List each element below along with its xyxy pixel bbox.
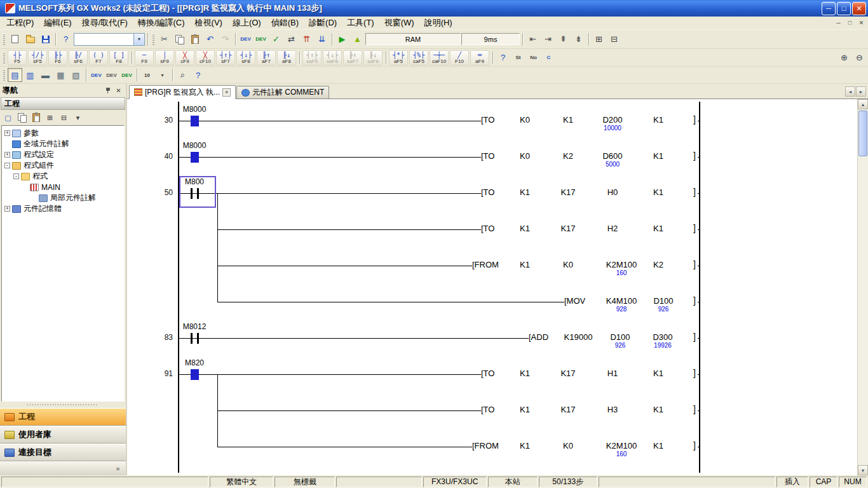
child-close-button[interactable]: ✕: [856, 18, 867, 28]
tree-expander-icon[interactable]: -: [13, 173, 19, 179]
instruction-operand[interactable]: K2: [653, 260, 663, 269]
instruction-operand[interactable]: K1: [520, 405, 530, 414]
cut-button[interactable]: ✂: [157, 32, 172, 46]
instruction-operand[interactable]: K1: [653, 405, 663, 414]
write-to-plc-button[interactable]: ⇈: [299, 32, 314, 46]
instruction-name[interactable]: [TO: [481, 115, 494, 125]
instruction-name[interactable]: [FROM: [472, 441, 499, 451]
instruction-operand[interactable]: D300: [653, 332, 672, 342]
device-comment-button[interactable]: DEV: [238, 32, 253, 46]
instruction-operand[interactable]: K1: [520, 369, 530, 378]
instruction-operand[interactable]: K2M100: [606, 260, 637, 269]
buffer-memory-display-button[interactable]: DEV: [119, 68, 134, 82]
tab-prg-main[interactable]: [PRG]R 監視寫入 執...×: [129, 85, 236, 99]
tab-close-icon[interactable]: ×: [222, 88, 231, 97]
instruction-name[interactable]: [TO: [481, 224, 494, 233]
display-format-button[interactable]: 10: [140, 68, 154, 82]
minimize-button[interactable]: ─: [822, 2, 836, 15]
device-comment-edit-button[interactable]: C: [541, 51, 556, 65]
ladder-tool-aF7[interactable]: ╟↑aF7: [257, 50, 276, 65]
ladder-tool-F10[interactable]: ╱F10: [450, 50, 469, 65]
line-note-button[interactable]: No: [526, 51, 541, 65]
tree-item-program[interactable]: -程式: [2, 171, 124, 182]
nav-button-project[interactable]: 工程: [0, 408, 126, 426]
nav-button-connection[interactable]: 連接目標: [0, 444, 126, 461]
ladder-editor[interactable]: 30M8000[TOK0K1D20010000K1]40M8000[TOK0K2…: [127, 99, 857, 475]
ladder-tool-aF8[interactable]: ╟↓aF8: [277, 50, 296, 65]
ladder-tool-aF5[interactable]: ┤*├aF5: [389, 50, 408, 65]
ladder-tool-F7[interactable]: ( )F7: [89, 50, 108, 65]
tab-scroll-left-icon[interactable]: ◄: [845, 86, 855, 97]
find-button[interactable]: ⌕: [175, 68, 190, 82]
close-button[interactable]: ✕: [852, 2, 866, 15]
tree-item-program-setting[interactable]: +程式設定: [2, 149, 124, 160]
transfer-setup-button[interactable]: ⇄: [284, 32, 299, 46]
menu-item[interactable]: 偵錯(B): [266, 16, 304, 30]
instruction-operand[interactable]: H2: [607, 224, 618, 233]
instruction-operand[interactable]: K1: [520, 187, 530, 197]
tree-item-local-device-comment[interactable]: 局部元件註解: [2, 193, 124, 203]
tree-item-pou[interactable]: -程式組件: [2, 160, 124, 171]
child-restore-button[interactable]: □: [844, 18, 855, 28]
ladder-tool-sF5[interactable]: ┤/├sF5: [28, 50, 47, 65]
nav-collapse-all-button[interactable]: ⊟: [57, 112, 71, 124]
ladder-tool-F5[interactable]: ┤├F5: [8, 50, 27, 65]
ladder-tool-cF9[interactable]: ╳cF9: [175, 50, 194, 65]
menu-item[interactable]: 檢視(V): [190, 16, 227, 30]
ladder-tool-sF7[interactable]: ┤↑├sF7: [216, 50, 235, 65]
scroll-down-icon[interactable]: ▼: [858, 465, 868, 475]
display-options-dropdown[interactable]: ▾: [155, 68, 170, 82]
instruction-name[interactable]: [FROM: [472, 260, 499, 269]
tree-expander-icon[interactable]: +: [4, 130, 10, 136]
instruction-operand[interactable]: H3: [607, 405, 618, 414]
instruction-operand[interactable]: K0: [563, 260, 573, 269]
tree-item-device-memory[interactable]: +元件記憶體: [2, 203, 124, 214]
panel-resize-handle[interactable]: [4, 402, 122, 407]
instruction-operand[interactable]: D200: [602, 115, 622, 125]
instruction-operand[interactable]: H1: [607, 369, 618, 378]
instruction-operand[interactable]: K1: [653, 115, 663, 125]
child-minimize-button[interactable]: ─: [833, 18, 844, 28]
undo-button[interactable]: ↶: [203, 32, 217, 46]
menu-item[interactable]: 編輯(E): [39, 16, 76, 30]
instruction-operand[interactable]: K17: [560, 224, 575, 233]
device-memory-button[interactable]: DEV: [254, 32, 268, 46]
scrollbar-thumb[interactable]: [858, 111, 867, 156]
open-project-button[interactable]: [23, 32, 37, 46]
menu-item[interactable]: 視窗(W): [379, 16, 419, 30]
instruction-operand[interactable]: K1: [653, 369, 663, 378]
instruction-name[interactable]: [TO: [481, 151, 494, 161]
instruction-operand[interactable]: K0: [520, 115, 530, 125]
instruction-operand[interactable]: K1: [520, 224, 530, 233]
instruction-operand[interactable]: K0: [563, 441, 573, 451]
more-views-icon[interactable]: »: [113, 464, 123, 473]
instruction-operand[interactable]: K17: [560, 405, 575, 414]
instruction-operand[interactable]: K17: [560, 369, 575, 378]
tree-item-main[interactable]: MAIN: [2, 182, 124, 193]
instruction-help-button[interactable]: ?: [496, 51, 510, 65]
menu-item[interactable]: 說明(H): [419, 16, 458, 30]
instruction-operand[interactable]: K1: [653, 441, 663, 451]
read-from-plc-button[interactable]: ⇊: [315, 32, 329, 46]
program-check-button[interactable]: ✓: [269, 32, 283, 46]
new-project-button[interactable]: [8, 32, 22, 46]
nav-expand-all-button[interactable]: ⊞: [43, 112, 57, 124]
device-comment-display-button[interactable]: DEV: [89, 68, 104, 82]
tree-expander-icon[interactable]: +: [4, 152, 10, 158]
context-help-button[interactable]: ?: [191, 68, 205, 82]
scrollbar-track[interactable]: [858, 109, 868, 465]
instruction-operand[interactable]: D100: [610, 332, 630, 342]
instruction-operand[interactable]: K2: [563, 151, 573, 161]
instruction-operand[interactable]: K19000: [564, 332, 593, 342]
statement-display-button[interactable]: ⊟: [607, 32, 621, 46]
instruction-name[interactable]: [TO: [481, 405, 494, 414]
tab-device-comment[interactable]: 元件註解 COMMENT: [236, 86, 329, 99]
ladder-tool-F6[interactable]: ╟├F6: [48, 50, 67, 65]
ladder-tool-cF10[interactable]: ╳cF10: [196, 50, 215, 65]
instruction-operand[interactable]: K0: [520, 151, 530, 161]
instruction-operand[interactable]: K1: [653, 224, 663, 233]
window-select-combo[interactable]: ▼: [74, 33, 145, 46]
instruction-operand[interactable]: K1: [653, 187, 663, 197]
ladder-tool-sF9[interactable]: │sF9: [155, 50, 174, 65]
ladder-tool-F8[interactable]: [ ]F8: [109, 50, 128, 65]
